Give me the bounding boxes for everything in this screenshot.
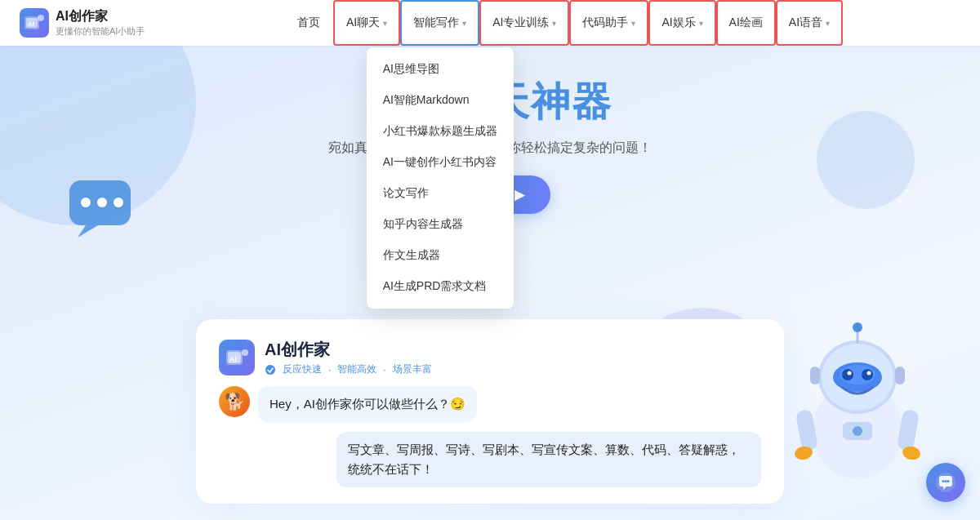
ai-logo-big: AI bbox=[219, 340, 255, 376]
svg-rect-21 bbox=[895, 367, 905, 384]
svg-text:AI: AI bbox=[229, 355, 237, 363]
chat-card-title: AI创作家 bbox=[265, 339, 432, 361]
nav-item-ai-voice[interactable]: AI语音 ▾ bbox=[776, 0, 843, 46]
logo-text: AI创作家 更懂你的智能AI小助手 bbox=[56, 8, 145, 38]
dropdown-item-paper[interactable]: 论文写作 bbox=[367, 178, 514, 209]
logo-icon: AI bbox=[20, 8, 49, 38]
logo-subtitle: 更懂你的智能AI小助手 bbox=[56, 25, 145, 38]
chevron-icon: ▾ bbox=[826, 19, 830, 28]
logo-area[interactable]: AI AI创作家 更懂你的智能AI小助手 bbox=[20, 8, 167, 38]
dropdown-item-prd[interactable]: AI生成PRD需求文档 bbox=[367, 271, 514, 302]
dropdown-item-xiaohongshu-content[interactable]: AI一键创作小红书内容 bbox=[367, 147, 514, 178]
chat-card-title-area: AI创作家 反应快速 · 智能高效 · 场景丰富 bbox=[265, 339, 432, 376]
nav-item-ai-pro-train[interactable]: AI专业训练 ▾ bbox=[479, 0, 569, 46]
chevron-icon: ▾ bbox=[383, 19, 387, 28]
chevron-icon: ▾ bbox=[699, 19, 703, 28]
chevron-icon: ▾ bbox=[631, 19, 635, 28]
svg-text:AI: AI bbox=[28, 20, 34, 28]
dropdown-item-mindmap[interactable]: AI思维导图 bbox=[367, 54, 514, 85]
svg-point-15 bbox=[862, 369, 873, 380]
chevron-icon: ▾ bbox=[552, 19, 556, 28]
svg-point-32 bbox=[265, 365, 275, 375]
svg-point-17 bbox=[867, 371, 871, 376]
arrow-icon: ▶ bbox=[514, 187, 524, 202]
nav-item-ai-entertainment[interactable]: AI娱乐 ▾ bbox=[648, 0, 715, 46]
message-row-left: 🐕 Hey，AI创作家你可以做些什么？😏 bbox=[219, 386, 761, 422]
svg-point-36 bbox=[947, 480, 950, 482]
dropdown-item-essay[interactable]: 作文生成器 bbox=[367, 240, 514, 271]
dropdown-item-markdown[interactable]: AI智能Markdown bbox=[367, 85, 514, 116]
chat-messages: 🐕 Hey，AI创作家你可以做些什么？😏 写文章、写周报、写诗、写剧本、写宣传文… bbox=[219, 386, 761, 487]
svg-point-2 bbox=[38, 15, 44, 21]
chevron-icon: ▾ bbox=[462, 19, 466, 28]
dropdown-item-xiaohongshu-title[interactable]: 小红书爆款标题生成器 bbox=[367, 116, 514, 147]
nav-item-code-assist[interactable]: 代码助手 ▾ bbox=[569, 0, 648, 46]
message-row-right: 写文章、写周报、写诗、写剧本、写宣传文案、算数、代码、答疑解惑，统统不在话下！ bbox=[219, 432, 761, 487]
svg-point-14 bbox=[842, 369, 853, 380]
svg-point-35 bbox=[945, 480, 947, 482]
main-nav: 首页 AI聊天 ▾ 智能写作 ▾ AI思维导图 AI智能Markdown 小红书… bbox=[167, 0, 960, 46]
dropdown-item-zhihu[interactable]: 知乎内容生成器 bbox=[367, 209, 514, 240]
message-bubble-right: 写文章、写周报、写诗、写剧本、写宣传文案、算数、代码、答疑解惑，统统不在话下！ bbox=[336, 432, 761, 487]
svg-marker-5 bbox=[78, 225, 98, 238]
svg-point-27 bbox=[853, 426, 862, 436]
svg-point-16 bbox=[848, 371, 852, 376]
header: AI AI创作家 更懂你的智能AI小助手 首页 AI聊天 ▾ 智能写作 ▾ AI… bbox=[0, 0, 980, 46]
nav-item-ai-chat[interactable]: AI聊天 ▾ bbox=[333, 0, 400, 46]
robot-decoration bbox=[784, 308, 931, 487]
logo-title: AI创作家 bbox=[56, 8, 145, 25]
message-bubble-left: Hey，AI创作家你可以做些什么？😏 bbox=[258, 386, 477, 422]
chat-fab-button[interactable] bbox=[926, 463, 965, 502]
svg-point-30 bbox=[242, 349, 248, 356]
smart-write-dropdown: AI思维导图 AI智能Markdown 小红书爆款标题生成器 AI一键创作小红书… bbox=[367, 47, 514, 309]
nav-item-home[interactable]: 首页 bbox=[284, 0, 333, 46]
user-avatar: 🐕 bbox=[219, 386, 250, 417]
nav-item-ai-draw[interactable]: AI绘画 bbox=[716, 0, 776, 46]
svg-rect-20 bbox=[810, 367, 820, 384]
svg-point-34 bbox=[942, 480, 945, 482]
chat-card-badges: 反应快速 · 智能高效 · 场景丰富 bbox=[265, 362, 432, 376]
chat-card: AI AI创作家 反应快速 · 智能高效 · 场景丰富 🐕 Hey，AI创作家你… bbox=[196, 319, 784, 504]
nav-item-smart-write[interactable]: 智能写作 ▾ AI思维导图 AI智能Markdown 小红书爆款标题生成器 AI… bbox=[400, 0, 479, 46]
chat-card-header: AI AI创作家 反应快速 · 智能高效 · 场景丰富 bbox=[219, 339, 761, 376]
svg-point-19 bbox=[853, 322, 862, 332]
